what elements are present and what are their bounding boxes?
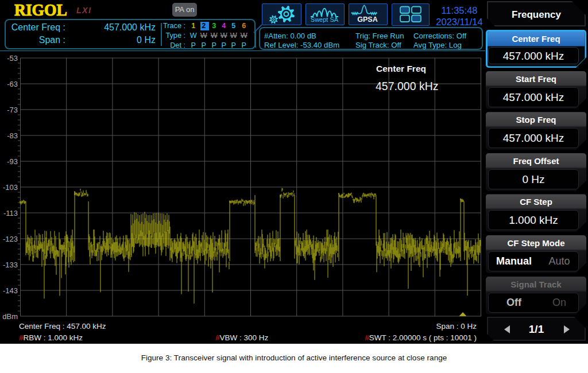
svg-text:-53: -53 bbox=[7, 54, 18, 63]
svg-text:457.000 kHz: 457.000 kHz bbox=[376, 80, 439, 92]
svg-text:Swept SA: Swept SA bbox=[311, 16, 339, 23]
svg-text:-123: -123 bbox=[3, 235, 18, 243]
svg-text:dBm: dBm bbox=[2, 312, 18, 321]
svg-text:Center Freq: Center Freq bbox=[376, 64, 426, 73]
svg-text:-143: -143 bbox=[3, 286, 18, 295]
svg-text:-93: -93 bbox=[7, 157, 18, 166]
svg-text:-73: -73 bbox=[7, 106, 18, 114]
svg-text:-83: -83 bbox=[7, 131, 18, 140]
svg-text:GPSA: GPSA bbox=[357, 15, 377, 24]
svg-text:-103: -103 bbox=[3, 183, 18, 192]
svg-text:-63: -63 bbox=[7, 80, 18, 88]
svg-text:-133: -133 bbox=[3, 261, 18, 269]
svg-text:-113: -113 bbox=[3, 209, 18, 217]
